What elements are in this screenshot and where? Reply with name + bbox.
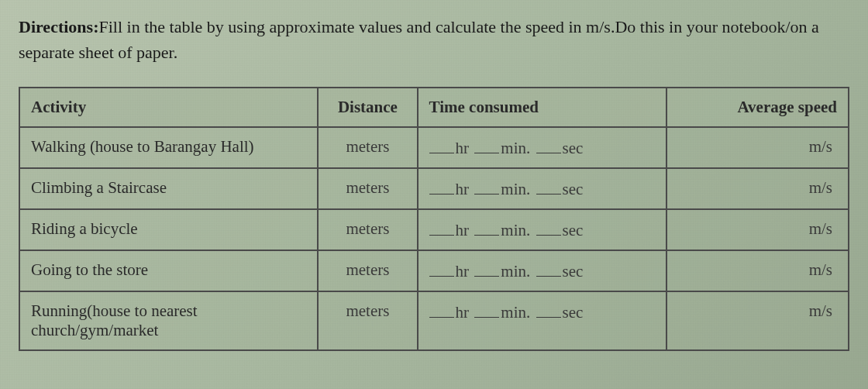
unit-min: min.	[501, 139, 530, 157]
directions-text: Directions:Fill in the table by using ap…	[19, 14, 849, 65]
activity-cell: Climbing a Staircase	[19, 168, 318, 209]
blank-min	[474, 219, 499, 236]
time-cell: hr min. sec	[418, 291, 666, 350]
table-row: Walking (house to Barangay Hall) meters …	[19, 127, 849, 168]
table-header-row: Activity Distance Time consumed Average …	[19, 88, 849, 127]
time-cell: hr min. sec	[418, 168, 666, 209]
unit-hr: hr	[456, 221, 470, 239]
activity-table: Activity Distance Time consumed Average …	[19, 87, 849, 351]
blank-sec	[536, 260, 561, 277]
header-activity: Activity	[19, 88, 318, 127]
blank-hr	[429, 178, 454, 194]
activity-cell: Running(house to nearest church/gym/mark…	[19, 291, 318, 350]
blank-sec	[536, 137, 561, 153]
unit-min: min.	[501, 180, 530, 198]
speed-cell: m/s	[666, 127, 849, 168]
blank-min	[474, 301, 499, 318]
header-distance: Distance	[318, 88, 417, 127]
directions-label: Directions:	[19, 17, 98, 36]
unit-hr: hr	[456, 180, 470, 198]
blank-sec	[536, 301, 561, 318]
blank-min	[474, 260, 499, 277]
unit-sec: sec	[563, 139, 584, 157]
table-row: Climbing a Staircase meters hr min. sec …	[19, 168, 849, 209]
blank-hr	[429, 301, 454, 318]
activity-cell: Riding a bicycle	[19, 209, 318, 250]
header-time: Time consumed	[418, 88, 666, 127]
blank-sec	[536, 219, 561, 236]
table-row: Running(house to nearest church/gym/mark…	[19, 291, 849, 350]
unit-hr: hr	[456, 139, 470, 157]
time-cell: hr min. sec	[418, 209, 666, 250]
unit-min: min.	[501, 221, 530, 239]
unit-sec: sec	[563, 180, 584, 198]
unit-sec: sec	[563, 262, 584, 281]
speed-cell: m/s	[666, 168, 849, 209]
time-cell: hr min. sec	[418, 127, 666, 168]
blank-hr	[429, 137, 454, 153]
blank-hr	[429, 260, 454, 277]
time-cell: hr min. sec	[418, 250, 666, 291]
activity-cell: Walking (house to Barangay Hall)	[19, 127, 318, 168]
table-body: Walking (house to Barangay Hall) meters …	[19, 127, 849, 350]
speed-cell: m/s	[666, 250, 849, 291]
distance-cell: meters	[318, 127, 417, 168]
speed-cell: m/s	[666, 209, 849, 250]
blank-min	[474, 137, 499, 153]
distance-cell: meters	[318, 209, 417, 250]
unit-sec: sec	[563, 221, 584, 239]
speed-cell: m/s	[666, 291, 849, 350]
distance-cell: meters	[318, 168, 417, 209]
unit-sec: sec	[563, 303, 584, 322]
distance-cell: meters	[318, 250, 417, 291]
activity-cell: Going to the store	[19, 250, 318, 291]
blank-sec	[536, 178, 561, 194]
unit-min: min.	[501, 262, 530, 281]
blank-min	[474, 178, 499, 194]
unit-min: min.	[501, 303, 530, 322]
unit-hr: hr	[456, 262, 470, 281]
table-row: Riding a bicycle meters hr min. sec m/s	[19, 209, 849, 250]
distance-cell: meters	[318, 291, 417, 350]
directions-body: Fill in the table by using approximate v…	[19, 17, 819, 62]
unit-hr: hr	[456, 303, 470, 322]
table-row: Going to the store meters hr min. sec m/…	[19, 250, 849, 291]
header-speed: Average speed	[666, 88, 849, 127]
blank-hr	[429, 219, 454, 236]
